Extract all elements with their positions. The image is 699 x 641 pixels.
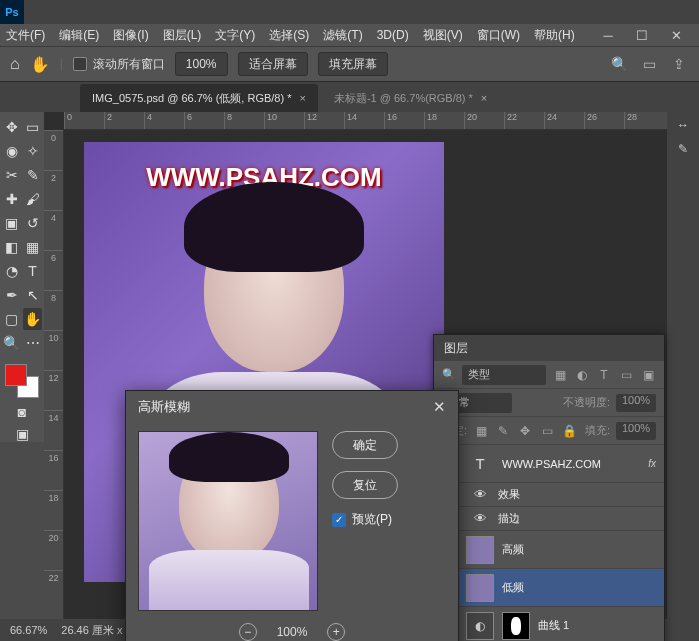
- gaussian-blur-dialog: 高斯模糊 ✕ 确定 复位 ✓预览(P) − 100% + 半径(R):: [125, 390, 459, 641]
- more-tools-icon[interactable]: ⋯: [23, 332, 42, 354]
- menu-file[interactable]: 文件(F): [6, 27, 45, 44]
- tab-other[interactable]: 未标题-1 @ 66.7%(RGB/8) *×: [322, 84, 499, 112]
- filter-type-icon[interactable]: T: [596, 367, 612, 383]
- lock-nest-icon[interactable]: ▭: [539, 423, 555, 439]
- filter-smart-icon[interactable]: ▣: [640, 367, 656, 383]
- share-icon[interactable]: ⇪: [669, 54, 689, 74]
- right-dock: ↔ ✎: [667, 112, 699, 619]
- menu-3d[interactable]: 3D(D): [377, 28, 409, 42]
- layer-row[interactable]: 👁高频: [434, 531, 664, 569]
- window-maximize[interactable]: ☐: [625, 24, 659, 46]
- menu-select[interactable]: 选择(S): [269, 27, 309, 44]
- filter-pixel-icon[interactable]: ▦: [552, 367, 568, 383]
- menu-help[interactable]: 帮助(H): [534, 27, 575, 44]
- pen-tool-icon[interactable]: ✒: [2, 284, 21, 306]
- layer-filter-kind[interactable]: 类型: [462, 365, 546, 385]
- ruler-vertical: 0246810121416182022: [44, 130, 64, 619]
- menu-image[interactable]: 图像(I): [113, 27, 148, 44]
- crop-tool-icon[interactable]: ✂: [2, 164, 21, 186]
- shape-tool-icon[interactable]: ▢: [2, 308, 21, 330]
- wand-tool-icon[interactable]: ✧: [23, 140, 42, 162]
- history-brush-icon[interactable]: ↺: [23, 212, 42, 234]
- lasso-tool-icon[interactable]: ◉: [2, 140, 21, 162]
- opacity-field[interactable]: 100%: [616, 394, 656, 412]
- menu-view[interactable]: 视图(V): [423, 27, 463, 44]
- fill-screen-button[interactable]: 填充屏幕: [318, 52, 388, 76]
- options-bar: ⌂ ✋ | 滚动所有窗口 100% 适合屏幕 填充屏幕 🔍 ▭ ⇪: [0, 46, 699, 82]
- scroll-all-windows-checkbox[interactable]: 滚动所有窗口: [73, 56, 165, 73]
- path-tool-icon[interactable]: ↖: [23, 284, 42, 306]
- marquee-tool-icon[interactable]: ▭: [23, 116, 42, 138]
- dialog-title: 高斯模糊: [138, 398, 190, 416]
- home-icon[interactable]: ⌂: [10, 55, 20, 73]
- screenmode-icon[interactable]: ▣: [16, 426, 29, 442]
- lock-trans-icon[interactable]: ▦: [473, 423, 489, 439]
- lock-paint-icon[interactable]: ✎: [495, 423, 511, 439]
- zoom-level-field[interactable]: 100%: [175, 52, 228, 76]
- quickmask-icon[interactable]: ◙: [18, 404, 26, 420]
- reset-button[interactable]: 复位: [332, 471, 398, 499]
- status-zoom[interactable]: 66.67%: [10, 624, 47, 636]
- fit-screen-button[interactable]: 适合屏幕: [238, 52, 308, 76]
- layer-row[interactable]: 👁◐曲线 1: [434, 607, 664, 641]
- window-minimize[interactable]: ─: [591, 24, 625, 46]
- menu-edit[interactable]: 编辑(E): [59, 27, 99, 44]
- filter-adjust-icon[interactable]: ◐: [574, 367, 590, 383]
- tab-active[interactable]: IMG_0575.psd @ 66.7% (低频, RGB/8) *×: [80, 84, 318, 112]
- search-icon[interactable]: 🔍: [609, 54, 629, 74]
- document-tabs: IMG_0575.psd @ 66.7% (低频, RGB/8) *× 未标题-…: [0, 82, 699, 112]
- blur-tool-icon[interactable]: ◔: [2, 260, 21, 282]
- visibility-icon[interactable]: 👁: [474, 511, 490, 527]
- lock-pos-icon[interactable]: ✥: [517, 423, 533, 439]
- tools-panel: ✥ ▭ ◉ ✧ ✂ ✎ ✚ 🖌 ▣ ↺ ◧ ▦ ◔ T ✒ ↖ ▢ ✋ 🔍 ⋯: [0, 112, 44, 358]
- layer-row[interactable]: 👁描边: [434, 507, 664, 531]
- eraser-tool-icon[interactable]: ◧: [2, 236, 21, 258]
- preview-checkbox[interactable]: ✓预览(P): [332, 511, 398, 528]
- expand-dock-icon[interactable]: ↔: [677, 118, 689, 132]
- zoom-out-icon[interactable]: −: [239, 623, 257, 641]
- stamp-tool-icon[interactable]: ▣: [2, 212, 21, 234]
- lock-all-icon[interactable]: 🔒: [561, 423, 577, 439]
- hand-tool-icon[interactable]: ✋: [23, 308, 42, 330]
- layer-row[interactable]: 👁TWWW.PSAHZ.COMfx: [434, 445, 664, 483]
- filter-shape-icon[interactable]: ▭: [618, 367, 634, 383]
- eyedropper-tool-icon[interactable]: ✎: [23, 164, 42, 186]
- layers-panel: 图层 🔍 类型 ▦ ◐ T ▭ ▣ 正常 不透明度: 100% 锁定: ▦ ✎ …: [433, 334, 665, 641]
- layers-tab[interactable]: 图层: [434, 335, 664, 361]
- menubar: 文件(F) 编辑(E) 图像(I) 图层(L) 文字(Y) 选择(S) 滤镜(T…: [0, 24, 699, 46]
- app-logo: Ps: [0, 0, 24, 24]
- ruler-horizontal: 0246810121416182022242628: [64, 112, 699, 130]
- dialog-close-icon[interactable]: ✕: [433, 398, 446, 416]
- heal-tool-icon[interactable]: ✚: [2, 188, 21, 210]
- ok-button[interactable]: 确定: [332, 431, 398, 459]
- hand-tool-icon[interactable]: ✋: [30, 55, 50, 74]
- brush-tool-icon[interactable]: 🖌: [23, 188, 42, 210]
- layer-row[interactable]: 👁效果: [434, 483, 664, 507]
- menu-window[interactable]: 窗口(W): [477, 27, 520, 44]
- panel-icon[interactable]: ✎: [678, 142, 688, 156]
- menu-layer[interactable]: 图层(L): [163, 27, 202, 44]
- menu-filter[interactable]: 滤镜(T): [323, 27, 362, 44]
- gradient-tool-icon[interactable]: ▦: [23, 236, 42, 258]
- foreground-color[interactable]: [5, 364, 27, 386]
- zoom-in-icon[interactable]: +: [327, 623, 345, 641]
- dialog-preview[interactable]: [138, 431, 318, 611]
- move-tool-icon[interactable]: ✥: [2, 116, 21, 138]
- visibility-icon[interactable]: 👁: [474, 487, 490, 503]
- layer-row[interactable]: 👁低频: [434, 569, 664, 607]
- menu-type[interactable]: 文字(Y): [215, 27, 255, 44]
- fill-field[interactable]: 100%: [616, 422, 656, 440]
- zoom-tool-icon[interactable]: 🔍: [2, 332, 21, 354]
- window-close[interactable]: ✕: [659, 24, 693, 46]
- workspace-icon[interactable]: ▭: [639, 54, 659, 74]
- dialog-zoom: 100%: [277, 625, 308, 639]
- close-icon[interactable]: ×: [299, 92, 305, 104]
- type-tool-icon[interactable]: T: [23, 260, 42, 282]
- close-icon[interactable]: ×: [481, 92, 487, 104]
- color-swatch[interactable]: [5, 364, 39, 398]
